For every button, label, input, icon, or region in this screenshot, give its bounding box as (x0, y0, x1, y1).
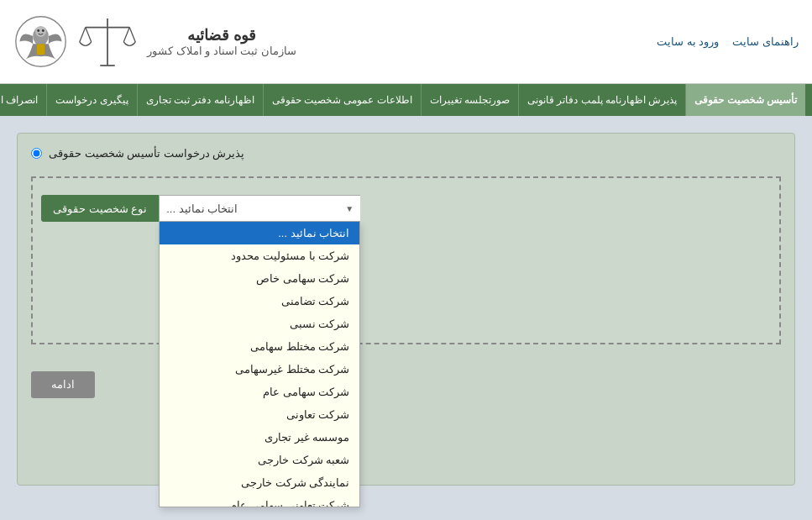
dropdown-item-3[interactable]: شرکت تضامنی (160, 290, 359, 313)
nav-item-accept[interactable]: پذیرش اظهارنامه پلمب دفاتر قانونی (519, 84, 686, 116)
dropdown-item-6[interactable]: شرکت مختلط غیرسهامی (160, 358, 359, 381)
link-login[interactable]: ورود به سایت (657, 35, 719, 48)
select-value: انتخاب نمائید ... (166, 202, 238, 215)
dropdown-item-2[interactable]: شرکت سهامی خاص (160, 267, 359, 290)
form-card: پذیرش درخواست تأسیس شخصیت حقوقی ▼ انتخاب… (17, 133, 795, 486)
dropdown-item-5[interactable]: شرکت مختلط سهامی (160, 335, 359, 358)
logo-text: قوه قضائیه سازمان ثبت اسناد و املاک کشور (147, 26, 296, 57)
dropdown-item-9[interactable]: موسسه غیر تجاری (160, 426, 359, 449)
radio-row: پذیرش درخواست تأسیس شخصیت حقوقی (31, 147, 781, 160)
top-links: راهنمای سایت ورود به سایت (657, 35, 799, 48)
dropdown-item-4[interactable]: شرکت نسبی (160, 313, 359, 335)
logo-area: قوه قضائیه سازمان ثبت اسناد و املاک کشور (13, 13, 296, 71)
svg-line-3 (80, 27, 86, 42)
svg-point-9 (35, 26, 46, 37)
scales-icon (78, 13, 137, 71)
nav-item-withdraw[interactable]: انصراف از درخواست (0, 84, 47, 116)
top-bar: راهنمای سایت ورود به سایت قوه قضائیه ساز… (0, 0, 812, 84)
dropdown-item-7[interactable]: شرکت سهامی عام (160, 381, 359, 403)
svg-line-4 (129, 27, 135, 42)
entity-type-row: ▼ انتخاب نمائید ... انتخاب نمائید ... شر… (41, 195, 771, 222)
nav-item-statement[interactable]: اطلاعات عمومی شخصیت حقوقی (264, 84, 422, 116)
bottom-row: ادامه (31, 344, 781, 398)
svg-line-5 (123, 27, 129, 42)
nav-bar: تأسیس شخصیت حقوقی پذیرش اظهارنامه پلمب د… (0, 84, 812, 116)
dropdown-item-11[interactable]: نمایندگی شرکت خارجی (160, 471, 359, 494)
svg-rect-12 (37, 44, 45, 55)
link-guide[interactable]: راهنمای سایت (732, 35, 799, 48)
chevron-down-icon: ▼ (345, 204, 354, 213)
radio-label: پذیرش درخواست تأسیس شخصیت حقوقی (49, 147, 244, 160)
dropdown-item-8[interactable]: شرکت تعاونی (160, 403, 359, 426)
eagle-emblem-icon (13, 14, 68, 69)
entity-type-select[interactable]: ▼ انتخاب نمائید ... (159, 195, 360, 222)
radio-accept-request[interactable] (31, 148, 42, 159)
entity-type-dropdown[interactable]: انتخاب نمائید ... شرکت با مسئولیت محدود … (159, 222, 360, 507)
entity-type-select-wrapper: ▼ انتخاب نمائید ... انتخاب نمائید ... شر… (159, 195, 360, 222)
continue-button[interactable]: ادامه (31, 371, 95, 398)
nav-item-found[interactable]: تأسیس شخصیت حقوقی (686, 84, 805, 116)
dropdown-item-1[interactable]: شرکت با مسئولیت محدود (160, 244, 359, 267)
site-title2: سازمان ثبت اسناد و املاک کشور (147, 45, 296, 57)
svg-point-11 (42, 29, 45, 32)
dashed-form-area: ▼ انتخاب نمائید ... انتخاب نمائید ... شر… (31, 176, 781, 344)
svg-line-2 (86, 27, 92, 42)
entity-type-label: نوع شخصیت حقوقی (41, 195, 159, 222)
svg-point-10 (37, 29, 39, 32)
nav-item-register[interactable]: اظهارنامه دفتر ثبت تجاری (138, 84, 264, 116)
nav-item-followup[interactable]: پیگیری درخواست (47, 84, 137, 116)
dropdown-item-12[interactable]: شرکت تعاونی سهامی عام (160, 494, 359, 507)
dropdown-item-10[interactable]: شعبه شرکت خارجی (160, 449, 359, 471)
site-title1: قوه قضائیه (147, 26, 296, 45)
main-content: پذیرش درخواست تأسیس شخصیت حقوقی ▼ انتخاب… (0, 116, 812, 519)
nav-item-changes[interactable]: صورتجلسه تغییرات (422, 84, 519, 116)
dropdown-item-placeholder[interactable]: انتخاب نمائید ... (160, 222, 359, 244)
